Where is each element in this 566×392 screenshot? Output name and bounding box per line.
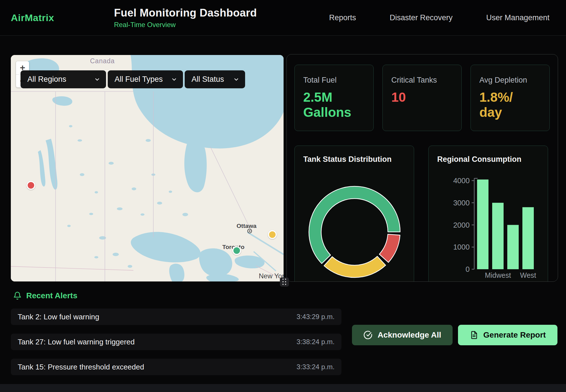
map-canvas[interactable]: Canada Ottawa Toronto New York + − All R…	[11, 55, 284, 281]
bar-region-1	[492, 203, 504, 269]
acknowledge-all-button[interactable]: Acknowledge All	[352, 325, 453, 345]
map-label-canada: Canada	[90, 57, 115, 65]
doughnut-segment-critical	[379, 234, 400, 262]
tank-marker-normal[interactable]	[232, 246, 241, 255]
chart-title: Tank Status Distribution	[303, 155, 392, 164]
stat-label: Avg Depletion	[479, 76, 541, 85]
alert-row: Tank 15: Pressure threshold exceeded 3:3…	[11, 359, 341, 375]
document-icon	[470, 331, 478, 339]
nav-item-user-management[interactable]: User Management	[486, 13, 549, 22]
map-label-ottawa: Ottawa	[237, 222, 256, 229]
check-circle-icon	[363, 330, 372, 340]
bar-region-2	[507, 225, 519, 270]
map-resize-handle[interactable]	[280, 277, 289, 287]
page-subtitle: Real-Time Overview	[114, 21, 257, 29]
overview-panel: Total Fuel 2.5MGallons Critical Tanks 10…	[286, 54, 558, 282]
fuel-dashboard: AirMatrix Fuel Monitoring Dashboard Real…	[0, 0, 566, 392]
x-tick-label: Midwest	[485, 271, 511, 279]
y-tick-label: 4000	[453, 176, 470, 185]
alert-row: Tank 2: Low fuel warning 3:43:29 p.m.	[11, 309, 341, 325]
fuel-type-filter-value: All Fuel Types	[115, 75, 163, 84]
stat-value: 10	[391, 90, 453, 105]
status-filter-select[interactable]: All Status	[185, 70, 245, 88]
recent-alerts-title: Recent Alerts	[26, 291, 77, 300]
region-filter-value: All Regions	[27, 75, 66, 84]
generate-report-label: Generate Report	[483, 330, 546, 340]
doughnut-segment-warning	[324, 256, 386, 277]
region-filter-select[interactable]: All Regions	[21, 70, 106, 88]
chart-title: Regional Consumption	[437, 155, 521, 164]
stat-label: Critical Tanks	[391, 76, 453, 85]
bar-region-0	[477, 179, 488, 269]
alert-timestamp: 3:33:24 p.m.	[297, 363, 335, 371]
bell-icon	[13, 291, 22, 300]
title-block: Fuel Monitoring Dashboard Real-Time Over…	[114, 7, 257, 29]
generate-report-button[interactable]: Generate Report	[458, 325, 557, 345]
stat-card-avg-depletion: Avg Depletion 1.8%/day	[471, 65, 550, 131]
doughnut-chart	[295, 146, 414, 282]
map-filter-row: All Regions All Fuel Types All Status	[21, 70, 245, 88]
recent-alerts-heading: Recent Alerts	[13, 291, 77, 300]
header: AirMatrix Fuel Monitoring Dashboard Real…	[0, 0, 566, 36]
alert-message: Tank 2: Low fuel warning	[18, 313, 99, 321]
stat-label: Total Fuel	[303, 76, 365, 85]
nav-item-reports[interactable]: Reports	[329, 13, 356, 22]
tank-marker-warning[interactable]	[268, 230, 277, 239]
stat-card-critical-tanks: Critical Tanks 10	[382, 65, 462, 131]
alert-message: Tank 27: Low fuel warning triggered	[18, 338, 135, 346]
acknowledge-all-label: Acknowledge All	[378, 330, 441, 340]
y-tick-label: 2000	[453, 221, 470, 229]
brand-logo: AirMatrix	[11, 12, 54, 23]
bar-chart: 40003000200010000MidwestWest	[429, 146, 548, 282]
stat-value: 1.8%/day	[479, 90, 541, 120]
status-filter-value: All Status	[192, 75, 224, 84]
alert-timestamp: 3:43:29 p.m.	[297, 313, 335, 321]
x-tick-label: West	[520, 271, 536, 279]
tank-status-distribution-card: Tank Status Distribution	[294, 146, 414, 282]
nav-item-disaster-recovery[interactable]: Disaster Recovery	[390, 13, 453, 22]
y-tick-label: 1000	[453, 243, 470, 251]
chevron-down-icon	[171, 76, 177, 83]
chevron-down-icon	[233, 76, 239, 83]
page-title: Fuel Monitoring Dashboard	[114, 7, 257, 19]
alert-timestamp: 3:38:24 p.m.	[297, 338, 335, 346]
regional-consumption-card: Regional Consumption 40003000200010000Mi…	[428, 146, 548, 282]
y-tick-label: 3000	[453, 199, 470, 207]
alert-message: Tank 15: Pressure threshold exceeded	[18, 363, 144, 371]
main-nav: Reports Disaster Recovery User Managemen…	[329, 0, 549, 35]
stat-value: 2.5MGallons	[303, 90, 365, 120]
y-tick-label: 0	[466, 265, 470, 273]
tank-marker-critical[interactable]	[27, 181, 35, 190]
fuel-type-filter-select[interactable]: All Fuel Types	[108, 70, 183, 88]
chevron-down-icon	[94, 76, 100, 83]
stat-card-total-fuel: Total Fuel 2.5MGallons	[294, 65, 374, 131]
bottom-bar	[0, 384, 566, 392]
alert-row: Tank 27: Low fuel warning triggered 3:38…	[11, 334, 341, 350]
bar-region-3	[522, 207, 534, 269]
